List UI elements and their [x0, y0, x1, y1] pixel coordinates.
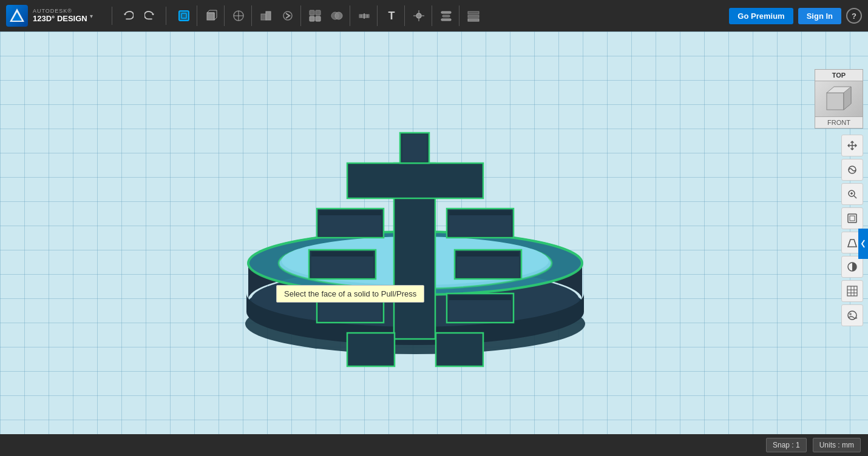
shading-button[interactable] — [841, 256, 863, 278]
logo-text: AUTODESK® 123D° DESIGN — [33, 8, 87, 23]
view-cube-3d[interactable] — [815, 81, 863, 117]
svg-rect-26 — [468, 15, 479, 18]
construct-tool-button[interactable] — [256, 5, 276, 26]
svg-point-16 — [335, 12, 342, 19]
autodesk-logo-icon — [6, 5, 28, 27]
svg-rect-60 — [402, 135, 427, 161]
undo-redo-group — [115, 6, 163, 25]
logo-area: AUTODESK® 123D° DESIGN ▾ — [0, 5, 109, 27]
expand-panel-tab[interactable] — [858, 229, 868, 259]
select-tool-button[interactable] — [174, 5, 194, 26]
redo-button[interactable] — [140, 6, 160, 25]
material-view-button[interactable] — [841, 304, 863, 326]
grid-button[interactable] — [841, 280, 863, 302]
svg-point-10 — [283, 12, 292, 20]
sign-in-button[interactable]: Sign In — [798, 8, 841, 24]
header-toolbar: AUTODESK® 123D° DESIGN ▾ — [0, 0, 868, 32]
view-cube-top[interactable]: TOP — [815, 69, 863, 81]
units-status[interactable]: Units : mm — [813, 438, 861, 452]
svg-rect-41 — [319, 210, 381, 215]
layers-group — [461, 5, 486, 26]
svg-rect-23 — [442, 15, 450, 17]
align-tool-button[interactable] — [436, 5, 456, 26]
zoom-button[interactable] — [841, 183, 863, 205]
snap-status[interactable]: Snap : 1 — [766, 438, 807, 452]
svg-rect-75 — [847, 286, 857, 296]
group-tool-button[interactable] — [327, 5, 347, 26]
header-right: Go Premium Sign In ? — [723, 8, 868, 24]
sketch-group — [226, 5, 252, 26]
align-group — [433, 5, 459, 26]
app-menu-dropdown[interactable]: ▾ — [90, 13, 93, 19]
svg-rect-12 — [316, 10, 320, 15]
primitives-group — [198, 5, 225, 26]
svg-point-21 — [416, 13, 421, 18]
fit-view-button[interactable] — [841, 207, 863, 229]
svg-rect-2 — [179, 11, 189, 21]
view-cube-front[interactable]: FRONT — [815, 117, 863, 129]
status-bar: Snap : 1 Units : mm — [0, 434, 868, 456]
box-primitive-button[interactable] — [201, 5, 222, 26]
svg-rect-22 — [441, 12, 451, 13]
svg-rect-25 — [468, 12, 479, 14]
svg-rect-69 — [848, 214, 856, 223]
measure-tool-button[interactable] — [354, 5, 375, 26]
svg-rect-47 — [311, 252, 373, 256]
svg-rect-13 — [310, 16, 314, 21]
measure-group — [351, 5, 378, 26]
svg-rect-61 — [827, 93, 844, 110]
separator — [112, 7, 112, 25]
go-premium-button[interactable]: Go Premium — [729, 8, 793, 24]
sketch-tool-button[interactable] — [228, 5, 249, 26]
view-cube: TOP FRONT — [815, 69, 863, 129]
svg-line-73 — [854, 240, 856, 247]
svg-rect-9 — [266, 12, 271, 20]
svg-rect-50 — [457, 252, 519, 256]
svg-rect-70 — [850, 216, 855, 221]
main-toolbar: T — [169, 5, 723, 26]
separator2 — [166, 7, 166, 25]
canvas-area[interactable]: Select the face of a solid to Pull/Press… — [0, 32, 868, 456]
svg-rect-38 — [347, 163, 483, 198]
snap-group — [406, 5, 432, 26]
text-group: T — [379, 5, 405, 26]
svg-rect-24 — [441, 19, 451, 21]
pull-press-tooltip: Select the face of a solid to Pull/Press — [276, 285, 424, 303]
svg-rect-58 — [436, 333, 483, 366]
pattern-tool-button[interactable] — [305, 5, 325, 26]
modify-tool-button[interactable] — [277, 5, 298, 26]
product-label: 123D° DESIGN — [33, 15, 87, 23]
pan-button[interactable] — [841, 135, 863, 156]
text-tool-button[interactable]: T — [381, 5, 402, 26]
svg-rect-56 — [449, 295, 511, 300]
orbit-button[interactable] — [841, 159, 863, 181]
more-tools-group — [302, 5, 350, 26]
svg-rect-4 — [207, 13, 214, 20]
svg-line-66 — [854, 196, 856, 198]
svg-rect-27 — [468, 19, 479, 21]
svg-rect-14 — [316, 16, 320, 21]
svg-rect-44 — [449, 210, 511, 215]
snap-tool-button[interactable] — [409, 5, 429, 26]
svg-line-72 — [848, 240, 850, 247]
help-button[interactable]: ? — [846, 8, 862, 24]
layers-tool-button[interactable] — [463, 5, 484, 26]
svg-point-81 — [849, 313, 852, 315]
svg-rect-8 — [261, 14, 266, 20]
select-tool-group — [171, 5, 197, 26]
3d-model-container — [227, 69, 603, 433]
undo-button[interactable] — [118, 6, 138, 25]
svg-rect-11 — [310, 10, 314, 15]
svg-rect-57 — [347, 333, 395, 366]
construct-group — [253, 5, 301, 26]
